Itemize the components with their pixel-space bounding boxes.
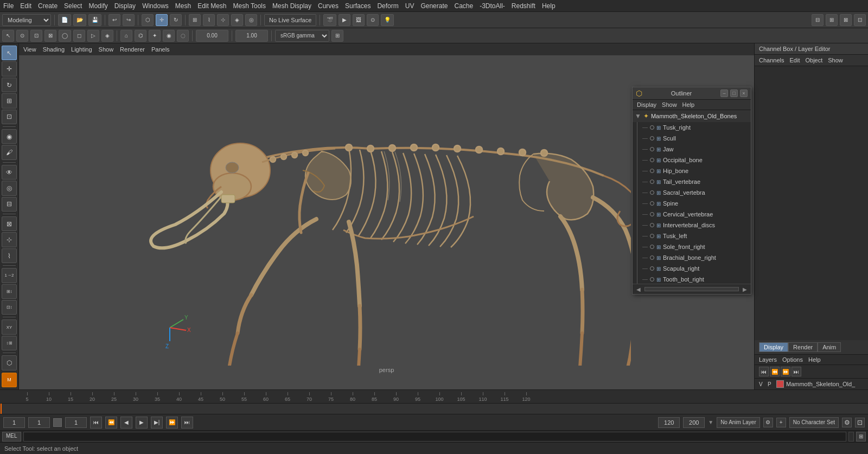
outliner-item-4[interactable]: ⊞ Hip_bone [633, 165, 751, 176]
snap-curve-btn[interactable]: ⌇ [203, 14, 215, 26]
outliner-menu-help[interactable]: Help [682, 101, 695, 108]
vp-menu-view[interactable]: View [23, 46, 36, 53]
anim-layer-add-btn[interactable]: + [776, 418, 786, 427]
range-end-input[interactable] [683, 417, 705, 428]
misc-tool-1[interactable]: ⬡ [2, 355, 17, 370]
menu-help[interactable]: Help [542, 2, 556, 10]
render-tab[interactable]: Render [788, 342, 818, 352]
vp-tool7[interactable]: ◈ [101, 30, 113, 42]
select-tool[interactable]: ↖ [2, 46, 17, 60]
frame-all-tool[interactable]: ⊟ [2, 197, 17, 212]
outliner-item-0[interactable]: ⊞ Tusk_right [633, 122, 751, 133]
frame-end-input[interactable] [658, 417, 680, 428]
skip-to-start-btn[interactable]: ⏮ [90, 417, 102, 429]
translate-x[interactable]: 0.00 [196, 30, 228, 42]
layer-entry[interactable]: V P Mammoth_Skeleton_Old_ [755, 379, 868, 389]
outliner-content[interactable]: ▼ ✦ Mammoth_Skeleton_Old_Bones ⊞ Tusk_ri… [633, 110, 751, 284]
play-btn[interactable]: ▶ [136, 417, 148, 429]
menu-select[interactable]: Select [64, 2, 82, 10]
vp-tool10[interactable]: ✦ [149, 30, 161, 42]
menu-edit[interactable]: Edit [20, 2, 31, 10]
outliner-scrollbar[interactable] [644, 287, 739, 291]
move-tool[interactable]: ✛ [2, 61, 17, 76]
menu-mesh[interactable]: Mesh [175, 2, 191, 10]
menu-mesh-tools[interactable]: Mesh Tools [233, 2, 266, 10]
cmd-input-field[interactable] [23, 432, 846, 442]
persp-btn[interactable]: ⊙ [367, 14, 379, 26]
menu-cache[interactable]: Cache [454, 2, 473, 10]
vp-tool5[interactable]: ◻ [73, 30, 85, 42]
menu-file[interactable]: File [3, 2, 14, 10]
show-hide-tool[interactable]: 👁 [2, 165, 17, 180]
outliner-item-2[interactable]: ⊞ Jaw [633, 144, 751, 155]
frame-num-input[interactable] [65, 417, 87, 428]
outliner-menu-display[interactable]: Display [637, 101, 656, 108]
snap-point-tool[interactable]: ⊹ [2, 232, 17, 247]
menu-surfaces[interactable]: Surfaces [345, 2, 371, 10]
select-mode-btn[interactable]: ↖ [2, 30, 14, 42]
vp-menu-shading[interactable]: Shading [43, 46, 65, 53]
vp-tool2[interactable]: ⊡ [30, 30, 42, 42]
vp-tool4[interactable]: ◯ [59, 30, 71, 42]
layers-menu-help[interactable]: Help [808, 356, 821, 363]
icon-grid-r3[interactable]: ⊠ [840, 14, 852, 26]
icon-grid-r4[interactable]: ⊡ [854, 14, 866, 26]
arrow-down-icon[interactable]: ▼ [708, 419, 713, 425]
rp-menu-show[interactable]: Show [828, 57, 843, 63]
menu-edit-mesh[interactable]: Edit Mesh [197, 2, 226, 10]
menu-curves[interactable]: Curves [318, 2, 339, 10]
outliner-item-13[interactable]: ⊞ Scapula_right [633, 263, 751, 274]
layer-tool-2[interactable]: ⊞↕ [2, 284, 17, 299]
mode-selector[interactable]: Modeling [2, 14, 51, 26]
step-back-btn[interactable]: ⏪ [105, 417, 117, 429]
redo-btn[interactable]: ↪ [123, 14, 135, 26]
outliner-menu-show[interactable]: Show [662, 101, 677, 108]
save-scene-btn[interactable]: 💾 [88, 14, 101, 26]
outliner-minimize-btn[interactable]: – [720, 89, 728, 97]
scale-tool[interactable]: ⊞ [2, 93, 17, 108]
playhead[interactable] [1, 404, 2, 414]
ipr-btn[interactable]: ▶ [339, 14, 350, 26]
isolate-tool[interactable]: ◎ [2, 181, 17, 195]
outliner-item-3[interactable]: ⊞ Occipital_bone [633, 155, 751, 165]
soft-select-tool[interactable]: ◉ [2, 129, 17, 144]
layer-tool-1[interactable]: 1→2 [2, 268, 17, 283]
skip-to-end-btn[interactable]: ⏭ [181, 417, 193, 429]
undo-btn[interactable]: ↩ [108, 14, 120, 26]
menu-create[interactable]: Create [38, 2, 58, 10]
outliner-item-6[interactable]: ⊞ Sacral_vertebra [633, 187, 751, 198]
anim-layer-settings-btn[interactable]: ⚙ [763, 418, 773, 427]
translate-y[interactable]: 1.00 [235, 30, 268, 42]
outliner-item-8[interactable]: ⊞ Cervical_vertebrae [633, 209, 751, 220]
icon-grid-r1[interactable]: ⊟ [812, 14, 824, 26]
outliner-scroll-left[interactable]: ◀ [635, 285, 642, 293]
menu-3dtoall[interactable]: -3DtoAll- [480, 2, 505, 10]
snap-view-btn[interactable]: ◈ [231, 14, 243, 26]
rp-menu-edit[interactable]: Edit [789, 57, 800, 63]
vp-menu-panels[interactable]: Panels [151, 46, 170, 53]
current-frame-input[interactable] [28, 417, 50, 428]
outliner-root-item[interactable]: ▼ ✦ Mammoth_Skeleton_Old_Bones [633, 110, 751, 122]
outliner-item-10[interactable]: ⊞ Tusk_left [633, 231, 751, 241]
layer-v[interactable]: V [759, 381, 765, 387]
menu-modify[interactable]: Modify [88, 2, 107, 10]
outliner-item-12[interactable]: ⊞ Brachial_bone_right [633, 252, 751, 263]
vp-tool9[interactable]: ⌬ [135, 30, 146, 42]
collapse-icon[interactable]: ▼ [635, 112, 641, 120]
layer-color-swatch[interactable] [776, 380, 784, 388]
render-btn[interactable]: 🎬 [323, 14, 336, 26]
outliner-item-11[interactable]: ⊞ Sole_front_right [633, 241, 751, 252]
anim-tab[interactable]: Anim [818, 342, 841, 352]
paint-sel-tool[interactable]: 🖌 [2, 145, 17, 159]
layer-p[interactable]: P [768, 381, 774, 387]
xform-tool-1[interactable]: XY [2, 319, 17, 334]
gamma-select[interactable]: sRGB gamma [275, 30, 329, 42]
new-scene-btn[interactable]: 📄 [58, 14, 71, 26]
menu-mesh-display[interactable]: Mesh Display [272, 2, 311, 10]
outliner-item-9[interactable]: ⊞ Intervertebral_discs [633, 220, 751, 231]
frame-start-input[interactable] [3, 417, 25, 428]
layer-tool-3[interactable]: ⊡↕ [2, 300, 17, 315]
timeline-playbar[interactable] [0, 404, 868, 414]
rp-menu-object[interactable]: Object [805, 57, 822, 63]
select-tool-btn[interactable]: ⬡ [142, 14, 154, 26]
